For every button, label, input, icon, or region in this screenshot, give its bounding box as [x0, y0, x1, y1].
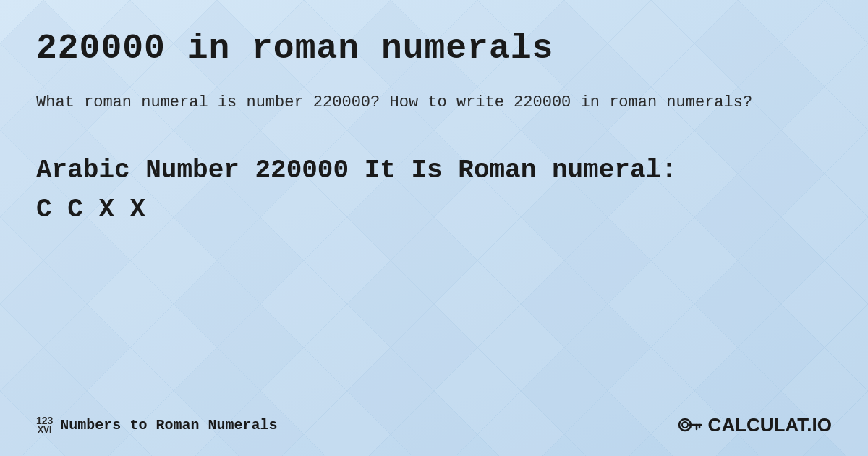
result-line1: Arabic Number 220000 It Is Roman numeral…	[36, 151, 832, 190]
icon-roman-text: XVI	[38, 426, 51, 434]
icon-arabic-text: 123	[36, 415, 53, 426]
page-description: What roman numeral is number 220000? How…	[36, 90, 832, 115]
roman-numeral-icon: 123 XVI	[36, 415, 53, 434]
logo-container: CALCULAT.IO	[676, 412, 832, 438]
svg-point-107	[682, 422, 688, 428]
brand-text: Numbers to Roman Numerals	[60, 417, 277, 434]
result-section: Arabic Number 220000 It Is Roman numeral…	[36, 151, 832, 229]
page-title: 220000 in roman numerals	[36, 29, 832, 68]
footer-left: 123 XVI Numbers to Roman Numerals	[36, 415, 277, 434]
result-line2: C C X X	[36, 190, 832, 229]
logo-text: CALCULAT.IO	[708, 414, 832, 436]
calculat-logo-icon	[676, 412, 702, 438]
footer: 123 XVI Numbers to Roman Numerals CALCUL…	[36, 412, 832, 438]
